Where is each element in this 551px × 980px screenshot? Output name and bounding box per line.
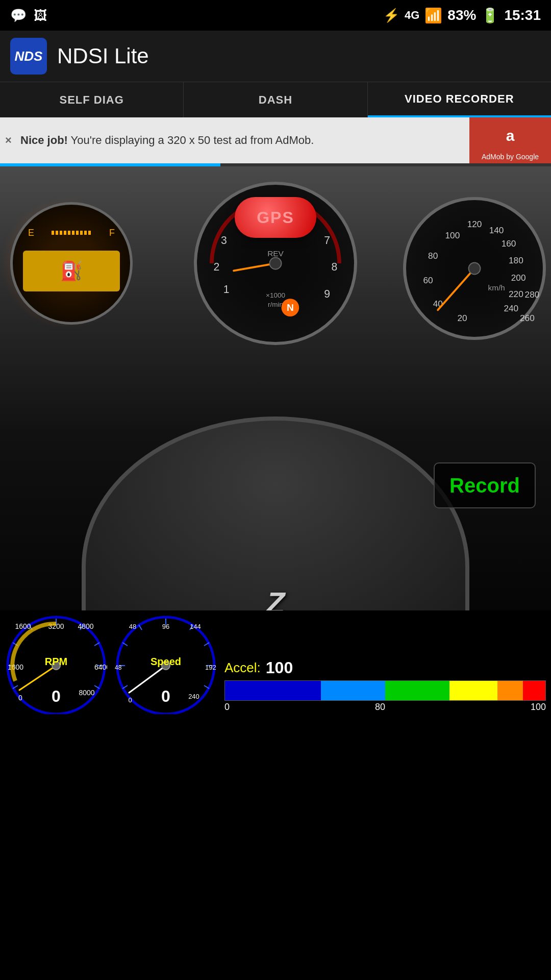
svg-text:km/h: km/h [488, 283, 505, 292]
svg-text:4800: 4800 [78, 622, 93, 630]
steering-wheel: Z [82, 416, 469, 610]
status-left-icons: 💬 🖼 [10, 8, 47, 23]
accel-seg-yellow [449, 681, 497, 700]
record-label: Record [449, 474, 520, 497]
accel-seg-orange [497, 681, 523, 700]
svg-text:280: 280 [525, 289, 540, 300]
svg-line-32 [438, 268, 474, 310]
svg-text:200: 200 [511, 273, 526, 283]
svg-text:a: a [506, 127, 515, 144]
ad-text: Nice job! You're displaying a 320 x 50 t… [0, 128, 469, 153]
svg-text:20: 20 [457, 313, 467, 323]
accel-seg-green [385, 681, 449, 700]
accel-label: Accel: [224, 660, 261, 676]
status-bar: 💬 🖼 ⚡ 4G 📶 83% 🔋 15:31 [0, 0, 551, 31]
gallery-icon: 🖼 [34, 8, 47, 23]
svg-text:8: 8 [332, 261, 338, 273]
tab-bar: SELF DIAG DASH VIDEO RECORDER [0, 82, 551, 117]
tab-dash[interactable]: DASH [184, 82, 367, 117]
svg-text:140: 140 [489, 225, 504, 235]
svg-text:160: 160 [502, 238, 516, 249]
accel-value: 100 [266, 658, 293, 677]
svg-text:96: 96 [162, 623, 169, 630]
rpm-gauge: 3200 4800 1600 6400 1600 8000 0 RPM 0 [5, 615, 107, 714]
rpm-value: 0 [52, 687, 61, 706]
svg-text:180: 180 [509, 255, 523, 265]
gps-button[interactable]: GPS [235, 197, 316, 238]
svg-text:48: 48 [115, 664, 122, 671]
tab-self-diag[interactable]: SELF DIAG [0, 82, 184, 117]
svg-text:100: 100 [445, 230, 460, 240]
accel-seg-blue [225, 681, 321, 700]
whatsapp-icon: 💬 [10, 8, 27, 23]
svg-text:8000: 8000 [79, 689, 94, 697]
battery-percent: 83% [447, 7, 476, 23]
signal-bars-icon: 📶 [424, 7, 442, 24]
svg-text:3: 3 [221, 234, 227, 246]
clock: 15:31 [504, 7, 541, 23]
svg-text:120: 120 [467, 219, 482, 229]
svg-text:192: 192 [205, 664, 216, 671]
ad-banner: × Nice job! You're displaying a 320 x 50… [0, 117, 551, 163]
battery-icon: 🔋 [481, 7, 499, 24]
speed-gauge: 96 144 48 192 48 240 0 Speed 0 [112, 615, 219, 714]
svg-text:REV: REV [267, 249, 284, 258]
svg-text:240: 240 [504, 303, 518, 313]
network-icon: 4G [405, 9, 419, 22]
ad-logo-area[interactable]: a AdMob by Google [469, 117, 551, 163]
accel-seg-red [523, 681, 545, 700]
app-header: NDS NDSI Lite [0, 31, 551, 82]
svg-point-15 [269, 257, 281, 269]
svg-point-33 [469, 263, 481, 275]
svg-text:60: 60 [423, 275, 433, 285]
svg-text:1600: 1600 [15, 622, 31, 630]
rpm-label: RPM [45, 656, 67, 668]
accel-seg-lightblue [321, 681, 385, 700]
ad-bold-text: Nice job! [20, 134, 68, 146]
svg-text:1600: 1600 [8, 663, 23, 671]
svg-text:48: 48 [129, 623, 136, 630]
accel-scale: 0 80 100 [224, 701, 546, 713]
svg-text:260: 260 [520, 313, 535, 323]
app-title: NDSI Lite [57, 44, 149, 68]
speed-value: 0 [161, 687, 170, 706]
svg-text:2: 2 [214, 261, 220, 273]
bottom-panel: 3200 4800 1600 6400 1600 8000 0 RPM 0 [0, 610, 551, 718]
camera-view: E F ⛽ C H 1 2 3 4 [0, 166, 551, 610]
record-button[interactable]: Record [434, 462, 536, 508]
svg-text:1: 1 [223, 283, 230, 295]
svg-text:144: 144 [190, 623, 201, 630]
gauge-speed-right: 80 60 40 20 100 120 140 160 180 200 220 … [403, 197, 546, 340]
status-right-info: ⚡ 4G 📶 83% 🔋 15:31 [383, 7, 541, 24]
admob-icon: a [495, 120, 525, 151]
svg-text:80: 80 [428, 251, 438, 261]
tab-video-recorder[interactable]: VIDEO RECORDER [368, 82, 551, 117]
ad-close-button[interactable]: × [5, 134, 12, 147]
gps-label: GPS [257, 208, 294, 227]
svg-text:0: 0 [18, 694, 22, 702]
svg-text:240: 240 [188, 693, 199, 700]
accel-section: Accel: 100 0 80 100 [224, 610, 546, 718]
speed-label: Speed [151, 656, 181, 668]
svg-text:N: N [287, 302, 294, 313]
svg-text:7: 7 [324, 234, 330, 246]
gauge-fuel-temp: E F ⛽ C H [10, 202, 133, 325]
bluetooth-icon: ⚡ [383, 8, 399, 23]
svg-text:6400: 6400 [94, 663, 107, 671]
svg-text:0: 0 [128, 696, 132, 704]
app-logo: NDS [10, 38, 47, 75]
svg-text:r/min: r/min [268, 301, 283, 308]
accel-bar [224, 680, 546, 701]
svg-text:220: 220 [509, 289, 523, 299]
admob-label: AdMob by Google [482, 153, 539, 161]
svg-text:×1000: ×1000 [266, 291, 285, 299]
svg-text:9: 9 [324, 288, 330, 300]
